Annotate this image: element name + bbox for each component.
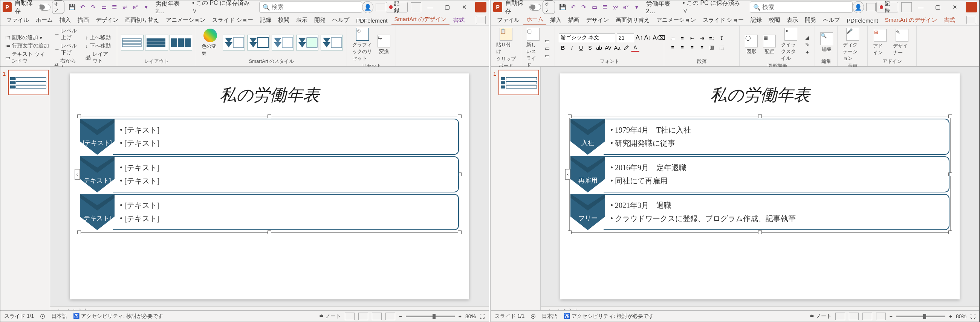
notes-placeholder[interactable]: ノートを入力 [50,306,489,310]
arrange-button[interactable]: ▦配置 [762,34,777,56]
tab-record[interactable]: 記録 [257,15,274,25]
record-button[interactable]: 記録 [877,2,898,13]
share-button[interactable] [966,2,977,13]
tab-draw[interactable]: 描画 [565,15,582,25]
style-4[interactable] [296,35,318,51]
shapes-button[interactable]: ◯図形 [743,34,759,56]
thumbnail-panel[interactable]: 1 [0,67,50,310]
tab-view[interactable]: 表示 [784,15,801,25]
tab-smartart-design[interactable]: SmartArt のデザイン [391,14,450,25]
tab-file[interactable]: ファイル [494,15,523,25]
touch-icon[interactable]: ☰ [601,3,609,11]
level-up-button[interactable]: ← レベル上げ [53,27,82,41]
tab-anim[interactable]: アニメーション [163,15,208,25]
smartart-container[interactable]: ‹ [テキスト] [テキスト][テキスト] テキスト] [テキスト][テキスト]… [79,116,460,233]
spacing-button[interactable]: AV [604,44,612,52]
maximize-button[interactable]: ▢ [439,1,456,13]
save-icon[interactable]: 💾 [68,3,76,11]
reading-view-icon[interactable] [862,312,872,320]
quick-styles-button[interactable]: ✦クイックスタイル [780,27,802,62]
user-icon[interactable]: 👤 [853,1,864,13]
fit-window-icon[interactable]: ⛶ [480,313,485,319]
zoom-in-icon[interactable]: + [949,313,952,319]
ribbon-mode-icon[interactable] [866,3,876,11]
notes-button[interactable]: ≐ ノート [810,313,832,320]
style-1[interactable] [223,35,245,51]
collapse-ribbon-icon[interactable] [476,16,486,24]
from-beginning-icon[interactable]: ▭ [590,3,599,11]
move-up-button[interactable]: ↑ 上へ移動 [84,34,113,41]
align-center-icon[interactable]: ≡ [678,43,687,51]
paste-button[interactable]: 📋貼り付け [495,27,517,56]
saved-status[interactable]: • この PC に保存済み ∨ [683,0,743,15]
collapse-ribbon-icon[interactable] [966,16,976,24]
clear-format-icon[interactable]: A⌫ [652,34,665,41]
smartart-row-3[interactable]: フリー 2021年3月 退職クラウドワークスに登録、プログラム作成、記事執筆 [570,194,950,230]
tab-view[interactable]: 表示 [293,15,310,25]
minimize-button[interactable]: — [913,1,929,13]
font-color-button[interactable]: A [631,44,640,52]
close-button[interactable]: ✕ [456,1,473,13]
slide-title[interactable]: 私の労働年表 [569,84,951,106]
tab-home[interactable]: ホーム [523,14,546,25]
addins-button[interactable]: ⊞アドイン [872,28,889,57]
underline-button[interactable]: U [577,44,585,52]
normal-view-icon[interactable] [835,312,845,320]
tab-dev[interactable]: 開発 [802,15,819,25]
bullets-icon[interactable]: ≔ [668,34,677,42]
style-3[interactable] [272,35,294,51]
justify-icon[interactable]: ≡ [697,43,706,51]
italic-button[interactable]: I [568,44,576,52]
linespacing-icon[interactable]: ≡↕ [707,34,716,42]
style-2[interactable] [247,35,269,51]
indent-inc-icon[interactable]: ⇥ [697,34,706,42]
toggle-icon[interactable] [529,4,541,11]
autosave-toggle[interactable]: 自動保存 オフ [15,0,64,15]
slide-title[interactable]: 私の労働年表 [79,84,460,106]
slide-counter[interactable]: スライド 1/1 [495,313,525,320]
add-bullet-button[interactable]: ≔ 行頭文字の追加 [4,42,51,50]
slide-thumbnail-1[interactable]: 1 [8,70,49,95]
redo-icon[interactable]: ↷ [580,3,588,11]
notes-button[interactable]: ≐ ノート [319,313,341,320]
add-shape-button[interactable]: ⬚ 図形の追加 ▾ [4,34,51,41]
more-icon[interactable]: ▾ [633,3,641,11]
convert-smartart-icon[interactable]: ⬚ [717,43,726,51]
strike-button[interactable]: S [586,44,594,52]
layout-menu-button[interactable]: 品 レイアウト [84,51,113,65]
mic-icon[interactable] [901,2,912,12]
accessibility-status[interactable]: ♿ アクセシビリティ: 検討が必要です [564,313,654,320]
ribbon-mode-icon[interactable] [375,3,385,11]
dictate-button[interactable]: 🎤ディクテーション [842,27,864,62]
change-colors-button[interactable]: 色の変更 [200,28,220,57]
spellcheck-icon[interactable]: ⦿ [530,313,536,319]
layout-option-2[interactable] [145,35,168,51]
tab-file[interactable]: ファイル [3,15,32,25]
share-button[interactable] [475,2,487,13]
tab-insert[interactable]: 挿入 [57,15,74,25]
font-name-combo[interactable]: 游ゴシック 本文 [559,33,615,42]
tab-slideshow[interactable]: スライド ショー [700,15,747,25]
tab-review[interactable]: 校閲 [275,15,293,25]
from-beginning-icon[interactable]: ▭ [100,3,108,11]
zoom-out-icon[interactable]: − [889,313,892,319]
level-down-button[interactable]: → レベル下げ [53,42,82,57]
new-slide-button[interactable]: ▢新しいスライド [525,27,541,69]
smartart-row-2[interactable]: 再雇用 2016年9月 定年退職同社にて再雇用 [570,156,950,192]
tab-help[interactable]: ヘルプ [820,15,843,25]
record-button[interactable]: 記録 [386,2,408,13]
search-box[interactable]: 🔍 検索 [259,2,362,13]
shadow-button[interactable]: ab [595,44,603,52]
smartart-container[interactable]: ‹ 入社 1979年4月 T社に入社研究開発職に従事 再雇用 2016年9月 定… [569,116,951,233]
slide-counter[interactable]: スライド 1/1 [4,313,34,320]
toggle-icon[interactable] [39,4,51,11]
convert-button[interactable]: ⇆変換 [376,34,392,56]
superscript-icon[interactable]: eˣ [132,3,140,11]
maximize-button[interactable]: ▢ [930,1,947,13]
decrease-font-icon[interactable]: A↓ [644,34,651,41]
undo-icon[interactable]: ↶ [79,3,87,11]
smartart-row-3[interactable]: テキスト] [テキスト][テキスト] [80,194,459,230]
case-button[interactable]: Aa [613,44,621,52]
text-pane-button[interactable]: ▭ テキスト ウィンドウ [4,51,51,65]
document-name[interactable]: 労働年表2… [646,0,678,15]
